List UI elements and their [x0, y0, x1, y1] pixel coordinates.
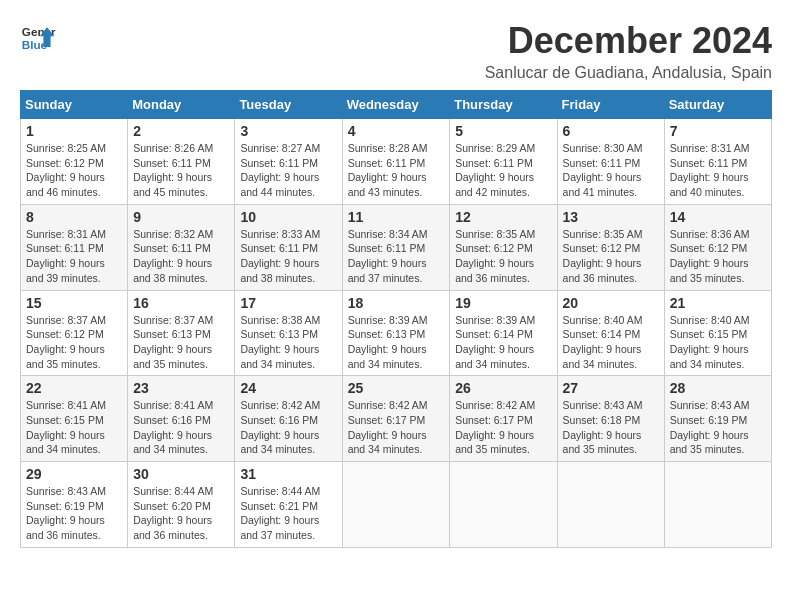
table-row: 3 Sunrise: 8:27 AMSunset: 6:11 PMDayligh… [235, 119, 342, 205]
table-row: 19 Sunrise: 8:39 AMSunset: 6:14 PMDaylig… [450, 290, 557, 376]
table-row: 25 Sunrise: 8:42 AMSunset: 6:17 PMDaylig… [342, 376, 450, 462]
calendar-week-row: 15 Sunrise: 8:37 AMSunset: 6:12 PMDaylig… [21, 290, 772, 376]
table-row: 24 Sunrise: 8:42 AMSunset: 6:16 PMDaylig… [235, 376, 342, 462]
col-friday: Friday [557, 91, 664, 119]
table-row: 15 Sunrise: 8:37 AMSunset: 6:12 PMDaylig… [21, 290, 128, 376]
header: General Blue December 2024 Sanlucar de G… [20, 20, 772, 82]
table-row: 29 Sunrise: 8:43 AMSunset: 6:19 PMDaylig… [21, 462, 128, 548]
calendar-week-row: 1 Sunrise: 8:25 AMSunset: 6:12 PMDayligh… [21, 119, 772, 205]
logo-icon: General Blue [20, 20, 56, 56]
table-row: 26 Sunrise: 8:42 AMSunset: 6:17 PMDaylig… [450, 376, 557, 462]
col-sunday: Sunday [21, 91, 128, 119]
calendar-week-row: 22 Sunrise: 8:41 AMSunset: 6:15 PMDaylig… [21, 376, 772, 462]
calendar-week-row: 29 Sunrise: 8:43 AMSunset: 6:19 PMDaylig… [21, 462, 772, 548]
table-row: 12 Sunrise: 8:35 AMSunset: 6:12 PMDaylig… [450, 204, 557, 290]
table-row: 9 Sunrise: 8:32 AMSunset: 6:11 PMDayligh… [128, 204, 235, 290]
table-row: 7 Sunrise: 8:31 AMSunset: 6:11 PMDayligh… [664, 119, 771, 205]
table-row: 20 Sunrise: 8:40 AMSunset: 6:14 PMDaylig… [557, 290, 664, 376]
page-container: General Blue December 2024 Sanlucar de G… [20, 20, 772, 548]
table-row: 18 Sunrise: 8:39 AMSunset: 6:13 PMDaylig… [342, 290, 450, 376]
table-row: 22 Sunrise: 8:41 AMSunset: 6:15 PMDaylig… [21, 376, 128, 462]
table-row: 8 Sunrise: 8:31 AMSunset: 6:11 PMDayligh… [21, 204, 128, 290]
calendar-table: Sunday Monday Tuesday Wednesday Thursday… [20, 90, 772, 548]
subtitle: Sanlucar de Guadiana, Andalusia, Spain [485, 64, 772, 82]
table-row: 30 Sunrise: 8:44 AMSunset: 6:20 PMDaylig… [128, 462, 235, 548]
table-row: 6 Sunrise: 8:30 AMSunset: 6:11 PMDayligh… [557, 119, 664, 205]
empty-cell [342, 462, 450, 548]
title-block: December 2024 Sanlucar de Guadiana, Anda… [485, 20, 772, 82]
table-row: 11 Sunrise: 8:34 AMSunset: 6:11 PMDaylig… [342, 204, 450, 290]
col-monday: Monday [128, 91, 235, 119]
table-row: 16 Sunrise: 8:37 AMSunset: 6:13 PMDaylig… [128, 290, 235, 376]
empty-cell [450, 462, 557, 548]
table-row: 14 Sunrise: 8:36 AMSunset: 6:12 PMDaylig… [664, 204, 771, 290]
table-row: 4 Sunrise: 8:28 AMSunset: 6:11 PMDayligh… [342, 119, 450, 205]
table-row: 31 Sunrise: 8:44 AMSunset: 6:21 PMDaylig… [235, 462, 342, 548]
table-row: 13 Sunrise: 8:35 AMSunset: 6:12 PMDaylig… [557, 204, 664, 290]
col-saturday: Saturday [664, 91, 771, 119]
table-row: 21 Sunrise: 8:40 AMSunset: 6:15 PMDaylig… [664, 290, 771, 376]
svg-text:General: General [22, 25, 56, 38]
col-thursday: Thursday [450, 91, 557, 119]
empty-cell [557, 462, 664, 548]
table-row: 5 Sunrise: 8:29 AMSunset: 6:11 PMDayligh… [450, 119, 557, 205]
table-row: 2 Sunrise: 8:26 AMSunset: 6:11 PMDayligh… [128, 119, 235, 205]
table-row: 28 Sunrise: 8:43 AMSunset: 6:19 PMDaylig… [664, 376, 771, 462]
calendar-header-row: Sunday Monday Tuesday Wednesday Thursday… [21, 91, 772, 119]
col-wednesday: Wednesday [342, 91, 450, 119]
table-row: 1 Sunrise: 8:25 AMSunset: 6:12 PMDayligh… [21, 119, 128, 205]
main-title: December 2024 [485, 20, 772, 62]
calendar-week-row: 8 Sunrise: 8:31 AMSunset: 6:11 PMDayligh… [21, 204, 772, 290]
logo: General Blue [20, 20, 56, 56]
table-row: 23 Sunrise: 8:41 AMSunset: 6:16 PMDaylig… [128, 376, 235, 462]
table-row: 27 Sunrise: 8:43 AMSunset: 6:18 PMDaylig… [557, 376, 664, 462]
empty-cell [664, 462, 771, 548]
col-tuesday: Tuesday [235, 91, 342, 119]
table-row: 10 Sunrise: 8:33 AMSunset: 6:11 PMDaylig… [235, 204, 342, 290]
table-row: 17 Sunrise: 8:38 AMSunset: 6:13 PMDaylig… [235, 290, 342, 376]
